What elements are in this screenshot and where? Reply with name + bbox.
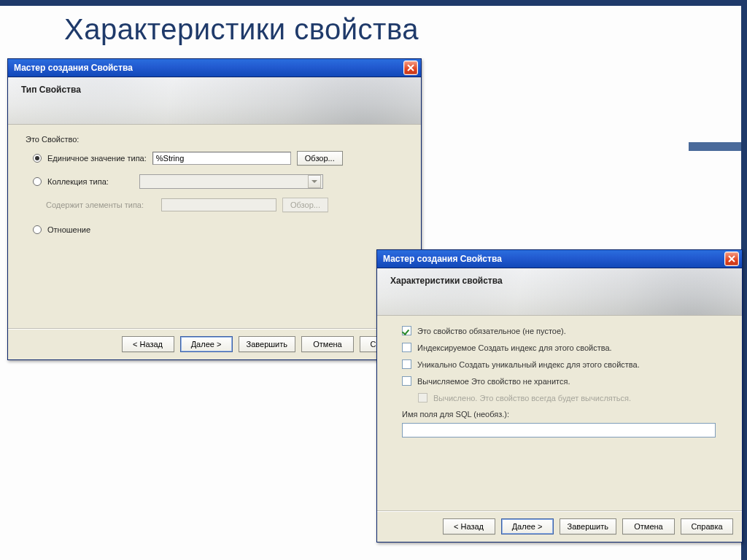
close-button[interactable] [724,252,739,266]
wizard-button-bar: < Назад Далее > Завершить Отмена Справка [8,328,421,359]
cb-unique-row: Уникально Создать уникальный индекс для … [402,359,724,369]
section-label: Это Свойство: [26,135,403,144]
close-icon [728,255,735,262]
cancel-button[interactable]: Отмена [301,336,354,352]
wizard-window-characteristics: Мастер создания Свойства Характеристики … [376,249,743,542]
option-relationship-row: Отношение [33,225,403,234]
element-type-input [161,198,276,211]
collection-combo[interactable] [139,174,323,189]
window-title: Мастер создания Свойства [383,254,502,264]
wizard-heading: Тип Свойства [21,85,411,95]
cb-required-row: Это свойство обязательное (не пустое). [402,326,724,335]
cb-required[interactable] [402,326,411,335]
finish-button[interactable]: Завершить [560,518,616,534]
next-button[interactable]: Далее > [501,518,554,534]
cb-required-label: Это свойство обязательное (не пустое). [417,327,566,335]
cb-computed[interactable] [402,376,411,386]
wizard-header: Тип Свойства [8,77,421,125]
wizard-heading: Характеристики свойства [390,276,732,286]
option-single-value-row: Единичное значение типа: Обзор... [33,151,403,166]
slide-accent-stub [689,142,741,151]
cb-calculated [418,393,427,402]
radio-relationship-label: Отношение [47,225,133,234]
titlebar[interactable]: Мастер создания Свойства [377,250,742,268]
chevron-down-icon [308,175,321,188]
slide-title: Характеристики свойства [64,13,419,46]
cb-computed-label: Вычисляемое Это свойство не хранится. [417,377,570,386]
cb-indexed-label: Индексируемое Создать индекс для этого с… [417,343,612,352]
wizard-content: Это свойство обязательное (не пустое). И… [377,316,742,510]
close-button[interactable] [403,61,418,75]
slide-border-top [0,0,747,6]
wizard-window-type: Мастер создания Свойства Тип Свойства Эт… [7,58,422,360]
finish-button[interactable]: Завершить [239,336,295,352]
browse-button-2: Обзор... [282,198,328,212]
back-button[interactable]: < Назад [122,336,174,352]
sql-field-label: Имя поля для SQL (необяз.): [402,410,724,419]
titlebar[interactable]: Мастер создания Свойства [8,59,421,77]
sql-field-input[interactable] [402,423,716,438]
wizard-header: Характеристики свойства [377,268,742,316]
window-title: Мастер создания Свойства [14,63,133,73]
cb-computed-row: Вычисляемое Это свойство не хранится. [402,376,724,386]
radio-relationship[interactable] [33,225,42,234]
cb-calculated-label: Вычислено. Это свойство всегда будет выч… [433,394,631,402]
cb-calculated-row: Вычислено. Это свойство всегда будет выч… [418,393,724,402]
radio-collection[interactable] [33,177,42,186]
browse-button-1[interactable]: Обзор... [297,151,343,166]
collection-element-type-row: Содержит элементы типа: Обзор... [46,198,403,212]
next-button[interactable]: Далее > [180,336,233,352]
type-input[interactable] [152,152,291,165]
radio-collection-label: Коллекция типа: [47,177,133,186]
cancel-button[interactable]: Отмена [622,518,675,534]
close-icon [407,64,414,71]
back-button[interactable]: < Назад [443,518,495,534]
radio-single-value[interactable] [33,154,42,163]
radio-single-value-label: Единичное значение типа: [47,154,147,163]
help-button[interactable]: Справка [681,518,733,534]
wizard-content: Это Свойство: Единичное значение типа: О… [8,125,421,328]
cb-unique[interactable] [402,359,411,369]
option-collection-row: Коллекция типа: [33,174,403,189]
collection-elements-label: Содержит элементы типа: [46,201,155,209]
cb-indexed-row: Индексируемое Создать индекс для этого с… [402,343,724,352]
cb-unique-label: Уникально Создать уникальный индекс для … [417,360,640,369]
cb-indexed[interactable] [402,343,411,352]
wizard-button-bar: < Назад Далее > Завершить Отмена Справка [377,510,742,542]
